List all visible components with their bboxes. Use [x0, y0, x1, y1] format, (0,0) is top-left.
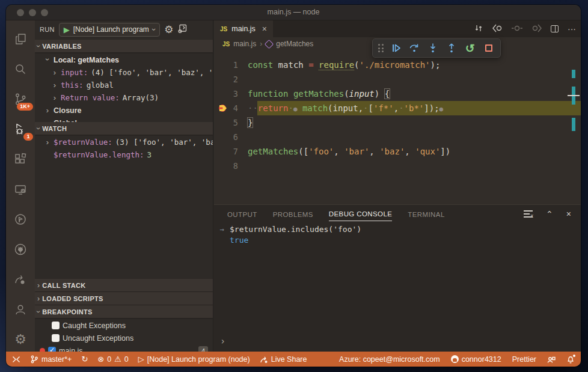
- console-prompt-chevron[interactable]: ›: [220, 336, 225, 347]
- code-line-7[interactable]: 7getMatches(['foo', 'bar', 'baz', 'qux']…: [214, 144, 581, 159]
- close-panel-icon[interactable]: ×: [566, 209, 571, 219]
- gutter[interactable]: [214, 87, 230, 101]
- tab-terminal[interactable]: TERMINAL: [408, 207, 444, 221]
- notifications-button[interactable]: [566, 355, 575, 364]
- variable-row-closure[interactable]: › Closure: [35, 104, 213, 117]
- step-into-button[interactable]: [427, 42, 439, 54]
- code-area[interactable]: 1const match = require('./micromatch');2…: [214, 50, 581, 204]
- restart-button[interactable]: ↺: [464, 42, 476, 54]
- sidebar-item-remote-explorer[interactable]: [6, 174, 35, 204]
- code-line-4[interactable]: 4··return·● match(input,·['f*',·'b*']);●: [214, 101, 581, 115]
- variables-section-header[interactable]: › VARIABLES: [35, 40, 213, 52]
- debug-console[interactable]: → $returnValue.includes('foo') true ›: [214, 224, 581, 352]
- call-stack-section-header[interactable]: › CALL STACK: [35, 279, 213, 291]
- code-line-1[interactable]: 1const match = require('./micromatch');: [214, 58, 581, 72]
- breakpoint-row-mainjs[interactable]: main.js 4: [35, 344, 213, 352]
- step-over-button[interactable]: [408, 42, 420, 54]
- line-number: 7: [230, 144, 248, 159]
- sidebar-item-search[interactable]: [6, 54, 35, 84]
- start-debug-icon[interactable]: ▶: [64, 25, 70, 34]
- sidebar-item-share[interactable]: [6, 264, 35, 294]
- tab-output[interactable]: OUTPUT: [227, 207, 257, 221]
- errors-icon: ⊗: [97, 355, 104, 364]
- call-stack-header-label: CALL STACK: [42, 282, 85, 289]
- sync-icon: ↻: [81, 355, 88, 364]
- checkbox-checked[interactable]: [48, 347, 56, 352]
- continue-button[interactable]: [390, 42, 402, 54]
- titlebar[interactable]: main.js — node: [6, 5, 581, 20]
- gutter[interactable]: [214, 115, 230, 130]
- loaded-scripts-section-header[interactable]: › LOADED SCRIPTS: [35, 292, 213, 305]
- feedback-button[interactable]: [547, 355, 556, 364]
- code-line-5[interactable]: 5}: [214, 115, 581, 130]
- breakpoint-current-line-glyph[interactable]: [214, 101, 230, 115]
- sidebar-item-source-control[interactable]: 1K+: [6, 84, 35, 114]
- launch-config-dropdown[interactable]: ▶ [Node] Launch program ›: [59, 23, 160, 37]
- navigate-back-icon[interactable]: [492, 24, 503, 34]
- debug-console-toggle-icon[interactable]: [177, 23, 188, 35]
- code-line-8[interactable]: 8: [214, 159, 581, 173]
- azure-account[interactable]: Azure: copeet@microsoft.com: [339, 355, 440, 364]
- sidebar-item-extensions[interactable]: [6, 144, 35, 174]
- gutter[interactable]: [214, 144, 230, 159]
- more-actions-icon[interactable]: ···: [568, 24, 576, 34]
- gutter[interactable]: [214, 72, 230, 87]
- gutter[interactable]: [214, 58, 230, 72]
- sidebar-item-explorer[interactable]: [6, 24, 35, 54]
- watch-row-returnvalue-length[interactable]: $returnValue.length: 3: [35, 148, 213, 161]
- breakpoint-row-uncaught[interactable]: Uncaught Exceptions: [35, 332, 213, 344]
- sidebar-item-account[interactable]: [6, 294, 35, 325]
- live-share-button[interactable]: Live Share: [260, 355, 307, 364]
- drag-grip[interactable]: [378, 44, 384, 52]
- tab-mainjs[interactable]: JS main.js ×: [214, 20, 273, 37]
- step-out-button[interactable]: [446, 42, 458, 54]
- live-share-label: Live Share: [271, 355, 307, 364]
- sidebar-item-settings[interactable]: ⚙: [6, 325, 35, 355]
- variable-row-global-clipped[interactable]: › Global: [35, 117, 213, 122]
- gutter[interactable]: [214, 130, 230, 144]
- variable-row-return-value[interactable]: › Return value: Array(3): [35, 91, 213, 104]
- code-text: const match = require('./micromatch');: [248, 58, 440, 72]
- code-line-2[interactable]: 2: [214, 72, 581, 87]
- debug-settings-gear-icon[interactable]: ⚙: [164, 23, 173, 36]
- sidebar-item-test-explorer[interactable]: [6, 204, 35, 234]
- variable-row-input[interactable]: › input: (4) ['foo', 'bar', 'baz', 'qux'…: [35, 66, 213, 79]
- stop-button[interactable]: [483, 42, 495, 54]
- tab-problems[interactable]: PROBLEMS: [273, 207, 313, 221]
- branch-indicator[interactable]: master*+: [30, 355, 72, 364]
- chevron-icon: ›: [44, 138, 51, 147]
- gutter[interactable]: [214, 159, 230, 173]
- ruler-mark: [572, 118, 575, 131]
- code-line-3[interactable]: 3function getMatches(input) {: [214, 87, 581, 101]
- close-tab-icon[interactable]: ×: [262, 24, 267, 34]
- breakpoint-row-caught[interactable]: Caught Exceptions: [35, 319, 213, 332]
- sidebar-item-run-debug[interactable]: 1: [6, 114, 35, 144]
- split-editor-icon[interactable]: [551, 25, 559, 32]
- github-account[interactable]: connor4312: [451, 355, 501, 364]
- collapse-panel-icon[interactable]: ⌃: [546, 209, 553, 219]
- variable-row-this[interactable]: › this: global: [35, 79, 213, 91]
- checkbox-unchecked[interactable]: [52, 322, 60, 329]
- clear-console-icon[interactable]: x: [524, 210, 533, 218]
- navigate-previous-icon[interactable]: [512, 24, 522, 34]
- prettier-indicator[interactable]: Prettier: [512, 355, 536, 364]
- navigate-forward-icon[interactable]: [531, 24, 542, 34]
- open-changes-icon[interactable]: [474, 23, 483, 35]
- breakpoints-section-header[interactable]: › BREAKPOINTS: [35, 305, 213, 318]
- remote-indicator[interactable]: [12, 355, 20, 364]
- variables-scope-row[interactable]: › Local: getMatches: [35, 53, 213, 66]
- tab-debug-console[interactable]: DEBUG CONSOLE: [329, 207, 393, 221]
- breakpoint-label: main.js: [59, 347, 83, 352]
- launch-indicator[interactable]: ▷ [Node] Launch program (node): [138, 355, 250, 364]
- code-line-6[interactable]: 6: [214, 130, 581, 144]
- breadcrumb-file[interactable]: main.js: [233, 40, 256, 48]
- problems-indicator[interactable]: ⊗ 0 ⚠ 0: [97, 355, 128, 364]
- breadcrumb-symbol[interactable]: getMatches: [276, 40, 313, 48]
- watch-row-returnvalue[interactable]: › $returnValue: (3) ['foo', 'bar', 'baz'…: [35, 136, 213, 148]
- sidebar-item-github[interactable]: [6, 234, 35, 264]
- launch-label: [Node] Launch program (node): [147, 355, 250, 364]
- checkbox-unchecked[interactable]: [52, 334, 60, 342]
- ruler-cursor-line: [568, 95, 580, 96]
- sync-button[interactable]: ↻: [81, 355, 88, 364]
- watch-section-header[interactable]: › WATCH: [35, 122, 213, 135]
